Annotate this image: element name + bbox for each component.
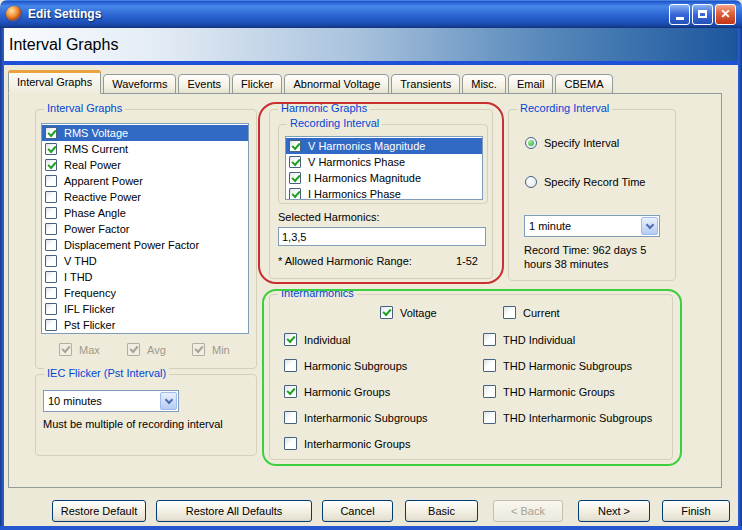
list-item[interactable]: Displacement Power Factor bbox=[42, 237, 248, 253]
list-item-label: Phase Angle bbox=[64, 207, 126, 219]
cancel-button[interactable]: Cancel bbox=[322, 500, 393, 522]
harmonic-subgroups-checkbox-row[interactable]: Harmonic Subgroups bbox=[284, 359, 407, 372]
list-item[interactable]: IFL Flicker bbox=[42, 301, 248, 317]
phase-angle-checkbox[interactable] bbox=[45, 207, 57, 219]
current-checkbox-row[interactable]: Current bbox=[503, 306, 560, 319]
avg-checkbox-row[interactable]: Avg bbox=[127, 343, 166, 356]
list-item[interactable]: Power Factor bbox=[42, 221, 248, 237]
thd-individual-checkbox-row[interactable]: THD Individual bbox=[483, 333, 575, 346]
interval-dropdown-button[interactable] bbox=[641, 217, 658, 235]
thd-harmonic-groups-checkbox-row[interactable]: THD Harmonic Groups bbox=[483, 385, 615, 398]
tab-email[interactable]: Email bbox=[508, 74, 554, 94]
voltage-checkbox-row[interactable]: Voltage bbox=[380, 306, 437, 319]
restore-all-defaults-button[interactable]: Restore All Defaults bbox=[156, 500, 312, 522]
thd-interharmonic-subgroups-checkbox-row[interactable]: THD Interharmonic Subgroups bbox=[483, 411, 652, 424]
tab-interval-graphs[interactable]: Interval Graphs bbox=[8, 70, 101, 94]
interval-combobox[interactable]: 1 minute bbox=[524, 215, 660, 237]
i-harmonics-magnitude-checkbox[interactable] bbox=[289, 172, 301, 184]
harmonic-groups-checkbox[interactable] bbox=[284, 385, 297, 398]
specify-interval-radio-row[interactable]: Specify Interval bbox=[525, 137, 619, 149]
rms-voltage-checkbox[interactable] bbox=[45, 127, 57, 139]
thd-harmonic-subgroups-checkbox[interactable] bbox=[483, 359, 496, 372]
selected-harmonics-input[interactable] bbox=[278, 227, 486, 246]
list-item[interactable]: Pst Flicker bbox=[42, 317, 248, 333]
next-button[interactable]: Next > bbox=[578, 500, 650, 522]
i-thd-checkbox[interactable] bbox=[45, 271, 57, 283]
interharmonic-subgroups-checkbox[interactable] bbox=[284, 411, 297, 424]
specify-interval-radio[interactable] bbox=[525, 137, 537, 149]
max-checkbox[interactable] bbox=[59, 343, 72, 356]
list-item[interactable]: V Harmonics Phase bbox=[286, 154, 482, 170]
list-item[interactable]: V Harmonics Magnitude bbox=[286, 138, 482, 154]
thd-individual-checkbox[interactable] bbox=[483, 333, 496, 346]
list-item[interactable]: Reactive Power bbox=[42, 189, 248, 205]
close-button[interactable]: ✕ bbox=[715, 4, 736, 25]
harmonic-groups-checkbox-row[interactable]: Harmonic Groups bbox=[284, 385, 390, 398]
list-item[interactable]: RMS Voltage bbox=[42, 125, 248, 141]
min-checkbox-row[interactable]: Min bbox=[192, 343, 230, 356]
tab-transients[interactable]: Transients bbox=[391, 74, 460, 94]
interharmonic-groups-checkbox-row[interactable]: Interharmonic Groups bbox=[284, 437, 410, 450]
list-item[interactable]: Apparent Power bbox=[42, 173, 248, 189]
basic-button[interactable]: Basic bbox=[405, 500, 478, 522]
apparent-power-checkbox[interactable] bbox=[45, 175, 57, 187]
reactive-power-checkbox[interactable] bbox=[45, 191, 57, 203]
voltage-checkbox[interactable] bbox=[380, 306, 393, 319]
maximize-button[interactable] bbox=[692, 4, 713, 25]
thd-harmonic-subgroups-checkbox-row[interactable]: THD Harmonic Subgroups bbox=[483, 359, 632, 372]
tab-waveforms[interactable]: Waveforms bbox=[103, 74, 176, 94]
current-checkbox[interactable] bbox=[503, 306, 516, 319]
pst-flicker-checkbox[interactable] bbox=[45, 319, 57, 331]
v-harmonics-phase-checkbox[interactable] bbox=[289, 156, 301, 168]
real-power-checkbox[interactable] bbox=[45, 159, 57, 171]
pst-interval-dropdown-button[interactable] bbox=[160, 392, 177, 410]
v-harmonics-magnitude-checkbox[interactable] bbox=[289, 140, 301, 152]
restore-default-button[interactable]: Restore Default bbox=[52, 500, 146, 522]
tab-cbema[interactable]: CBEMA bbox=[555, 74, 612, 94]
list-item[interactable]: RMS Current bbox=[42, 141, 248, 157]
list-item[interactable]: V THD bbox=[42, 253, 248, 269]
harmonics-list: V Harmonics Magnitude V Harmonics Phase … bbox=[285, 136, 483, 200]
window-title: Edit Settings bbox=[28, 7, 101, 21]
max-label: Max bbox=[79, 344, 100, 356]
specify-record-time-radio[interactable] bbox=[525, 176, 537, 188]
power-factor-checkbox[interactable] bbox=[45, 223, 57, 235]
ifl-flicker-checkbox[interactable] bbox=[45, 303, 57, 315]
thd-interharmonic-subgroups-label: THD Interharmonic Subgroups bbox=[503, 412, 652, 424]
back-button[interactable]: < Back bbox=[493, 500, 563, 522]
min-checkbox[interactable] bbox=[192, 343, 205, 356]
tab-abnormal-voltage[interactable]: Abnormal Voltage bbox=[284, 74, 389, 94]
window-controls: ✕ bbox=[669, 4, 736, 25]
interharmonic-subgroups-checkbox-row[interactable]: Interharmonic Subgroups bbox=[284, 411, 428, 424]
interharmonic-groups-checkbox[interactable] bbox=[284, 437, 297, 450]
individual-checkbox[interactable] bbox=[284, 333, 297, 346]
v-thd-checkbox[interactable] bbox=[45, 255, 57, 267]
list-item[interactable]: I Harmonics Magnitude bbox=[286, 170, 482, 186]
pst-interval-combobox[interactable]: 10 minutes bbox=[43, 390, 179, 412]
individual-checkbox-row[interactable]: Individual bbox=[284, 333, 350, 346]
list-item[interactable]: I Harmonics Phase bbox=[286, 186, 482, 200]
list-item[interactable]: I THD bbox=[42, 269, 248, 285]
harmonic-subgroups-checkbox[interactable] bbox=[284, 359, 297, 372]
max-checkbox-row[interactable]: Max bbox=[59, 343, 100, 356]
page-title: Interval Graphs bbox=[1, 36, 118, 54]
tab-events[interactable]: Events bbox=[178, 74, 230, 94]
finish-button[interactable]: Finish bbox=[662, 500, 730, 522]
list-item[interactable]: Real Power bbox=[42, 157, 248, 173]
i-harmonics-phase-checkbox[interactable] bbox=[289, 188, 301, 200]
rms-current-checkbox[interactable] bbox=[45, 143, 57, 155]
displacement-power-factor-checkbox[interactable] bbox=[45, 239, 57, 251]
list-item[interactable]: Phase Angle bbox=[42, 205, 248, 221]
avg-checkbox[interactable] bbox=[127, 343, 140, 356]
pst-interval-value: 10 minutes bbox=[44, 395, 159, 407]
tab-misc[interactable]: Misc. bbox=[462, 74, 506, 94]
frequency-checkbox[interactable] bbox=[45, 287, 57, 299]
interharmonic-subgroups-label: Interharmonic Subgroups bbox=[304, 412, 428, 424]
list-item[interactable]: Frequency bbox=[42, 285, 248, 301]
minimize-button[interactable] bbox=[669, 4, 690, 25]
title-bar[interactable]: Edit Settings ✕ bbox=[0, 0, 742, 28]
specify-record-time-radio-row[interactable]: Specify Record Time bbox=[525, 176, 645, 188]
thd-interharmonic-subgroups-checkbox[interactable] bbox=[483, 411, 496, 424]
thd-harmonic-groups-checkbox[interactable] bbox=[483, 385, 496, 398]
tab-flicker[interactable]: Flicker bbox=[232, 74, 282, 94]
